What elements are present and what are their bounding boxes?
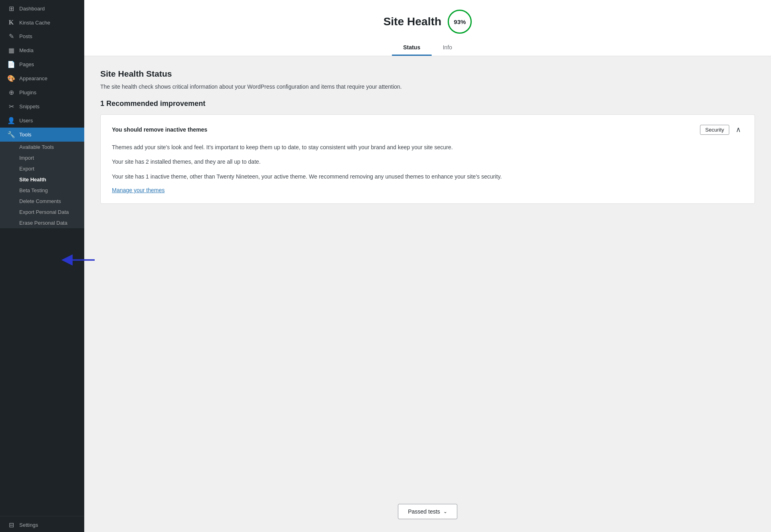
sidebar-item-label: Tools	[19, 132, 31, 138]
page-title-row: Site Health 93%	[383, 10, 472, 34]
kinsta-icon: K	[7, 19, 15, 26]
passed-tests-button[interactable]: Passed tests ⌄	[398, 504, 457, 519]
sidebar-item-settings[interactable]: ⊟ Settings	[0, 518, 84, 532]
section-description: The site health check shows critical inf…	[100, 83, 461, 90]
card-paragraph-1: Themes add your site's look and feel. It…	[112, 143, 743, 152]
chevron-down-icon: ⌄	[443, 509, 447, 514]
submenu-available-tools[interactable]: Available Tools	[0, 142, 84, 152]
snippets-icon: ✂	[7, 103, 15, 110]
sidebar-item-appearance[interactable]: 🎨 Appearance	[0, 71, 84, 85]
recommendation-title: 1 Recommended improvement	[100, 99, 755, 108]
health-score-badge: 93%	[448, 10, 472, 34]
card-paragraph-3: Your site has 1 inactive theme, other th…	[112, 172, 743, 181]
submenu-import[interactable]: Import	[0, 152, 84, 163]
card-paragraph-2: Your site has 2 installed themes, and th…	[112, 157, 743, 166]
sidebar: ⊞ Dashboard K Kinsta Cache ✎ Posts ▦ Med…	[0, 0, 84, 532]
sidebar-item-media[interactable]: ▦ Media	[0, 43, 84, 57]
tools-submenu: Available Tools Import Export Site Healt…	[0, 142, 84, 228]
content-area: Site Health Status The site health check…	[84, 56, 771, 491]
tab-status[interactable]: Status	[392, 40, 432, 56]
card-header: You should remove inactive themes Securi…	[112, 124, 743, 135]
sidebar-item-label: Kinsta Cache	[19, 20, 50, 26]
section-title: Site Health Status	[100, 69, 755, 79]
sidebar-item-label: Media	[19, 47, 33, 53]
collapse-button[interactable]: ∧	[733, 124, 743, 135]
passed-tests-label: Passed tests	[408, 508, 440, 515]
security-badge: Security	[700, 125, 729, 135]
pages-icon: 📄	[7, 61, 15, 68]
sidebar-item-label: Posts	[19, 33, 32, 39]
submenu-export-personal-data[interactable]: Export Personal Data	[0, 207, 84, 217]
posts-icon: ✎	[7, 32, 15, 40]
sidebar-navigation: ⊞ Dashboard K Kinsta Cache ✎ Posts ▦ Med…	[0, 0, 84, 516]
plugins-icon: ⊕	[7, 89, 15, 96]
sidebar-item-label: Users	[19, 118, 33, 124]
card-title: You should remove inactive themes	[112, 126, 207, 133]
card-badges: Security ∧	[700, 124, 743, 135]
settings-icon: ⊟	[7, 521, 15, 529]
tools-icon: 🔧	[7, 131, 15, 138]
manage-themes-link[interactable]: Manage your themes	[112, 187, 165, 193]
sidebar-item-label: Plugins	[19, 89, 37, 95]
appearance-icon: 🎨	[7, 75, 15, 82]
recommendation-card: You should remove inactive themes Securi…	[100, 114, 755, 204]
sidebar-item-label: Dashboard	[19, 6, 45, 12]
sidebar-item-users[interactable]: 👤 Users	[0, 114, 84, 128]
sidebar-item-label: Settings	[19, 522, 38, 528]
users-icon: 👤	[7, 117, 15, 124]
sidebar-item-label: Snippets	[19, 104, 40, 110]
sidebar-bottom: ⊟ Settings	[0, 516, 84, 532]
sidebar-item-kinsta-cache[interactable]: K Kinsta Cache	[0, 16, 84, 29]
submenu-erase-personal-data[interactable]: Erase Personal Data	[0, 217, 84, 228]
sidebar-item-label: Pages	[19, 61, 34, 67]
page-header: Site Health 93% Status Info	[84, 0, 771, 56]
submenu-delete-comments[interactable]: Delete Comments	[0, 196, 84, 207]
media-icon: ▦	[7, 47, 15, 54]
submenu-beta-testing[interactable]: Beta Testing	[0, 185, 84, 196]
dashboard-icon: ⊞	[7, 5, 15, 12]
tabs-row: Status Info	[392, 40, 463, 56]
page-title: Site Health	[383, 15, 442, 28]
card-body: Themes add your site's look and feel. It…	[112, 143, 743, 194]
sidebar-item-dashboard[interactable]: ⊞ Dashboard	[0, 2, 84, 16]
passed-tests-area: Passed tests ⌄	[84, 491, 771, 532]
sidebar-item-pages[interactable]: 📄 Pages	[0, 57, 84, 71]
tab-info[interactable]: Info	[432, 40, 463, 56]
main-content: Site Health 93% Status Info Site Health …	[84, 0, 771, 532]
sidebar-item-plugins[interactable]: ⊕ Plugins	[0, 85, 84, 99]
sidebar-item-tools[interactable]: 🔧 Tools	[0, 128, 84, 142]
submenu-site-health[interactable]: Site Health	[0, 174, 84, 185]
sidebar-item-label: Appearance	[19, 75, 47, 81]
sidebar-item-posts[interactable]: ✎ Posts	[0, 29, 84, 43]
submenu-export[interactable]: Export	[0, 163, 84, 174]
sidebar-item-snippets[interactable]: ✂ Snippets	[0, 99, 84, 114]
